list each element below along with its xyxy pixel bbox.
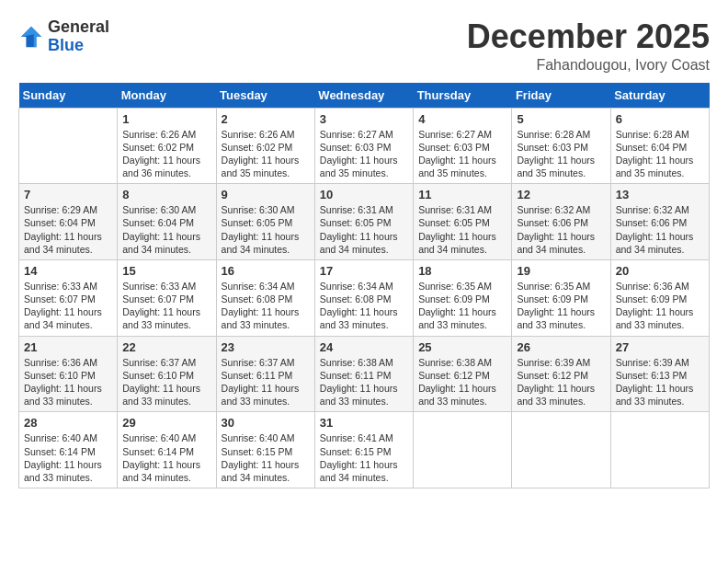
day-info: Sunrise: 6:40 AMSunset: 6:15 PMDaylight:… <box>222 431 310 484</box>
day-number: 29 <box>122 416 210 430</box>
day-cell: 28Sunrise: 6:40 AMSunset: 6:14 PMDayligh… <box>19 412 118 488</box>
weekday-header-thursday: Thursday <box>414 83 512 109</box>
logo-general-text: General <box>48 18 109 37</box>
logo: General Blue <box>18 18 109 55</box>
week-row-5: 28Sunrise: 6:40 AMSunset: 6:14 PMDayligh… <box>19 412 710 488</box>
logo-blue-text: Blue <box>48 37 109 55</box>
page-header: General Blue December 2025 Fahandougou, … <box>18 18 710 74</box>
day-cell: 24Sunrise: 6:38 AMSunset: 6:11 PMDayligh… <box>314 336 413 412</box>
day-number: 26 <box>517 340 605 354</box>
day-info: Sunrise: 6:28 AMSunset: 6:03 PMDaylight:… <box>517 128 605 180</box>
day-number: 11 <box>418 188 506 201</box>
day-cell: 18Sunrise: 6:35 AMSunset: 6:09 PMDayligh… <box>414 259 512 336</box>
weekday-header-friday: Friday <box>512 83 610 109</box>
weekday-header-wednesday: Wednesday <box>314 83 413 109</box>
day-cell: 14Sunrise: 6:33 AMSunset: 6:07 PMDayligh… <box>19 259 118 336</box>
day-cell: 16Sunrise: 6:34 AMSunset: 6:08 PMDayligh… <box>216 259 314 336</box>
day-number: 22 <box>122 340 210 354</box>
day-cell: 27Sunrise: 6:39 AMSunset: 6:13 PMDayligh… <box>610 336 709 412</box>
calendar-table: SundayMondayTuesdayWednesdayThursdayFrid… <box>18 83 710 488</box>
day-cell: 3Sunrise: 6:27 AMSunset: 6:03 PMDaylight… <box>314 108 413 184</box>
day-cell <box>19 108 118 184</box>
day-number: 21 <box>24 340 112 354</box>
day-cell: 17Sunrise: 6:34 AMSunset: 6:08 PMDayligh… <box>314 259 413 336</box>
day-number: 9 <box>222 188 310 201</box>
weekday-header-tuesday: Tuesday <box>216 83 314 109</box>
day-info: Sunrise: 6:31 AMSunset: 6:05 PMDaylight:… <box>418 203 506 256</box>
day-number: 23 <box>222 340 310 354</box>
day-cell: 11Sunrise: 6:31 AMSunset: 6:05 PMDayligh… <box>414 184 512 260</box>
day-cell: 20Sunrise: 6:36 AMSunset: 6:09 PMDayligh… <box>610 259 709 336</box>
day-info: Sunrise: 6:29 AMSunset: 6:04 PMDaylight:… <box>24 203 112 256</box>
day-info: Sunrise: 6:36 AMSunset: 6:09 PMDaylight:… <box>616 280 704 332</box>
weekday-header-monday: Monday <box>118 83 216 109</box>
week-row-4: 21Sunrise: 6:36 AMSunset: 6:10 PMDayligh… <box>19 336 710 412</box>
day-cell: 25Sunrise: 6:38 AMSunset: 6:12 PMDayligh… <box>414 336 512 412</box>
logo-text: General Blue <box>48 18 109 55</box>
day-cell: 23Sunrise: 6:37 AMSunset: 6:11 PMDayligh… <box>216 336 314 412</box>
day-cell <box>512 412 610 488</box>
day-cell: 29Sunrise: 6:40 AMSunset: 6:14 PMDayligh… <box>118 412 216 488</box>
day-number: 14 <box>24 264 112 278</box>
day-cell: 4Sunrise: 6:27 AMSunset: 6:03 PMDaylight… <box>414 108 512 184</box>
day-info: Sunrise: 6:27 AMSunset: 6:03 PMDaylight:… <box>320 128 408 180</box>
day-info: Sunrise: 6:26 AMSunset: 6:02 PMDaylight:… <box>122 128 210 180</box>
week-row-2: 7Sunrise: 6:29 AMSunset: 6:04 PMDaylight… <box>19 184 710 260</box>
month-year-title: December 2025 <box>467 18 710 55</box>
day-cell: 9Sunrise: 6:30 AMSunset: 6:05 PMDaylight… <box>216 184 314 260</box>
day-cell: 31Sunrise: 6:41 AMSunset: 6:15 PMDayligh… <box>314 412 413 488</box>
day-info: Sunrise: 6:40 AMSunset: 6:14 PMDaylight:… <box>122 431 210 484</box>
week-row-3: 14Sunrise: 6:33 AMSunset: 6:07 PMDayligh… <box>19 259 710 336</box>
location-subtitle: Fahandougou, Ivory Coast <box>467 57 710 74</box>
day-cell: 5Sunrise: 6:28 AMSunset: 6:03 PMDaylight… <box>512 108 610 184</box>
day-cell: 19Sunrise: 6:35 AMSunset: 6:09 PMDayligh… <box>512 259 610 336</box>
day-number: 4 <box>418 112 506 126</box>
day-number: 13 <box>616 188 704 201</box>
day-info: Sunrise: 6:40 AMSunset: 6:14 PMDaylight:… <box>24 431 112 484</box>
day-cell: 30Sunrise: 6:40 AMSunset: 6:15 PMDayligh… <box>216 412 314 488</box>
day-cell: 8Sunrise: 6:30 AMSunset: 6:04 PMDaylight… <box>118 184 216 260</box>
day-info: Sunrise: 6:41 AMSunset: 6:15 PMDaylight:… <box>320 431 408 484</box>
day-cell <box>414 412 512 488</box>
day-number: 5 <box>517 112 605 126</box>
day-number: 2 <box>222 112 310 126</box>
day-cell: 7Sunrise: 6:29 AMSunset: 6:04 PMDaylight… <box>19 184 118 260</box>
day-cell: 15Sunrise: 6:33 AMSunset: 6:07 PMDayligh… <box>118 259 216 336</box>
weekday-header-row: SundayMondayTuesdayWednesdayThursdayFrid… <box>19 83 710 109</box>
day-info: Sunrise: 6:34 AMSunset: 6:08 PMDaylight:… <box>320 280 408 332</box>
day-number: 12 <box>517 188 605 201</box>
day-info: Sunrise: 6:32 AMSunset: 6:06 PMDaylight:… <box>517 203 605 256</box>
day-number: 10 <box>320 188 408 201</box>
logo-icon <box>18 24 44 50</box>
week-row-1: 1Sunrise: 6:26 AMSunset: 6:02 PMDaylight… <box>19 108 710 184</box>
day-number: 24 <box>320 340 408 354</box>
day-cell: 12Sunrise: 6:32 AMSunset: 6:06 PMDayligh… <box>512 184 610 260</box>
day-info: Sunrise: 6:35 AMSunset: 6:09 PMDaylight:… <box>517 280 605 332</box>
day-number: 20 <box>616 264 704 278</box>
day-number: 25 <box>418 340 506 354</box>
day-cell <box>610 412 709 488</box>
day-number: 8 <box>122 188 210 201</box>
day-cell: 6Sunrise: 6:28 AMSunset: 6:04 PMDaylight… <box>610 108 709 184</box>
day-number: 30 <box>222 416 310 430</box>
day-info: Sunrise: 6:28 AMSunset: 6:04 PMDaylight:… <box>616 128 704 180</box>
day-info: Sunrise: 6:33 AMSunset: 6:07 PMDaylight:… <box>122 280 210 332</box>
day-info: Sunrise: 6:33 AMSunset: 6:07 PMDaylight:… <box>24 280 112 332</box>
day-cell: 21Sunrise: 6:36 AMSunset: 6:10 PMDayligh… <box>19 336 118 412</box>
day-cell: 22Sunrise: 6:37 AMSunset: 6:10 PMDayligh… <box>118 336 216 412</box>
day-cell: 10Sunrise: 6:31 AMSunset: 6:05 PMDayligh… <box>314 184 413 260</box>
day-number: 19 <box>517 264 605 278</box>
day-info: Sunrise: 6:30 AMSunset: 6:04 PMDaylight:… <box>122 203 210 256</box>
day-info: Sunrise: 6:35 AMSunset: 6:09 PMDaylight:… <box>418 280 506 332</box>
day-info: Sunrise: 6:36 AMSunset: 6:10 PMDaylight:… <box>24 356 112 408</box>
title-block: December 2025 Fahandougou, Ivory Coast <box>467 18 710 74</box>
day-cell: 1Sunrise: 6:26 AMSunset: 6:02 PMDaylight… <box>118 108 216 184</box>
day-cell: 13Sunrise: 6:32 AMSunset: 6:06 PMDayligh… <box>610 184 709 260</box>
day-info: Sunrise: 6:39 AMSunset: 6:12 PMDaylight:… <box>517 356 605 408</box>
day-info: Sunrise: 6:39 AMSunset: 6:13 PMDaylight:… <box>616 356 704 408</box>
day-info: Sunrise: 6:30 AMSunset: 6:05 PMDaylight:… <box>222 203 310 256</box>
day-info: Sunrise: 6:38 AMSunset: 6:12 PMDaylight:… <box>418 356 506 408</box>
day-number: 7 <box>24 188 112 201</box>
day-number: 15 <box>122 264 210 278</box>
day-info: Sunrise: 6:38 AMSunset: 6:11 PMDaylight:… <box>320 356 408 408</box>
